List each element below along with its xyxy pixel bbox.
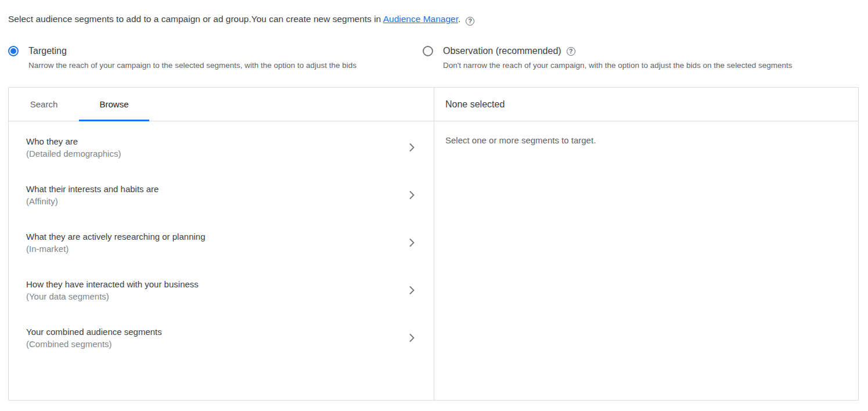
radio-option-targeting[interactable]: Targeting Narrow the reach of your campa…	[8, 46, 356, 70]
chevron-right-icon	[405, 236, 419, 250]
selected-segments-pane: None selected Select one or more segment…	[434, 88, 858, 400]
intro-text-suffix: .	[458, 14, 460, 24]
radio-option-observation[interactable]: Observation (recommended) ? Don't narrow…	[423, 46, 792, 70]
selection-empty-state: Select one or more segments to target.	[434, 121, 858, 145]
category-subtitle: (Affinity)	[26, 195, 405, 207]
help-icon[interactable]: ?	[466, 17, 474, 26]
segment-category-list: Who they are (Detailed demographics) Wha…	[9, 121, 434, 362]
chevron-right-icon	[405, 140, 419, 154]
radio-description: Narrow the reach of your campaign to the…	[28, 61, 356, 70]
radio-description: Don't narrow the reach of your campaign,…	[443, 61, 792, 70]
category-row-in-market[interactable]: What they are actively researching or pl…	[9, 219, 434, 266]
category-row-who-they-are[interactable]: Who they are (Detailed demographics)	[9, 124, 434, 171]
audience-segments-panel: Search Browse Who they are (Detailed dem…	[8, 87, 859, 401]
category-title: How they have interacted with your busin…	[26, 278, 405, 290]
tab-label: Browse	[99, 99, 128, 109]
chevron-right-icon	[405, 331, 419, 345]
category-title: Who they are	[26, 135, 405, 147]
audience-manager-link[interactable]: Audience Manager	[383, 14, 458, 24]
tab-search[interactable]: Search	[9, 88, 79, 121]
category-subtitle: (Detailed demographics)	[26, 147, 405, 160]
category-title: What they are actively researching or pl…	[26, 230, 405, 243]
category-row-combined[interactable]: Your combined audience segments (Combine…	[9, 314, 434, 362]
segment-browser-pane: Search Browse Who they are (Detailed dem…	[9, 88, 434, 400]
category-subtitle: (Your data segments)	[26, 290, 405, 302]
chevron-right-icon	[405, 188, 419, 202]
radio-label: Observation (recommended)	[443, 46, 561, 56]
radio-label: Targeting	[28, 46, 67, 56]
chevron-right-icon	[405, 283, 419, 297]
category-row-affinity[interactable]: What their interests and habits are (Aff…	[9, 171, 434, 219]
intro-line: Select audience segments to add to a cam…	[8, 14, 474, 26]
help-icon[interactable]: ?	[567, 47, 575, 56]
category-title: What their interests and habits are	[26, 183, 405, 195]
tab-label: Search	[30, 99, 58, 109]
category-row-your-data[interactable]: How they have interacted with your busin…	[9, 266, 434, 314]
category-title: Your combined audience segments	[26, 326, 405, 338]
tab-browse[interactable]: Browse	[79, 88, 149, 121]
intro-text: Select audience segments to add to a cam…	[8, 14, 383, 24]
active-tab-indicator	[79, 120, 149, 121]
category-subtitle: (Combined segments)	[26, 338, 405, 350]
radio-selected-icon[interactable]	[8, 46, 19, 56]
selection-status-header: None selected	[434, 88, 858, 121]
tab-bar: Search Browse	[9, 88, 434, 121]
category-subtitle: (In-market)	[26, 243, 405, 255]
radio-unselected-icon[interactable]	[423, 46, 433, 56]
